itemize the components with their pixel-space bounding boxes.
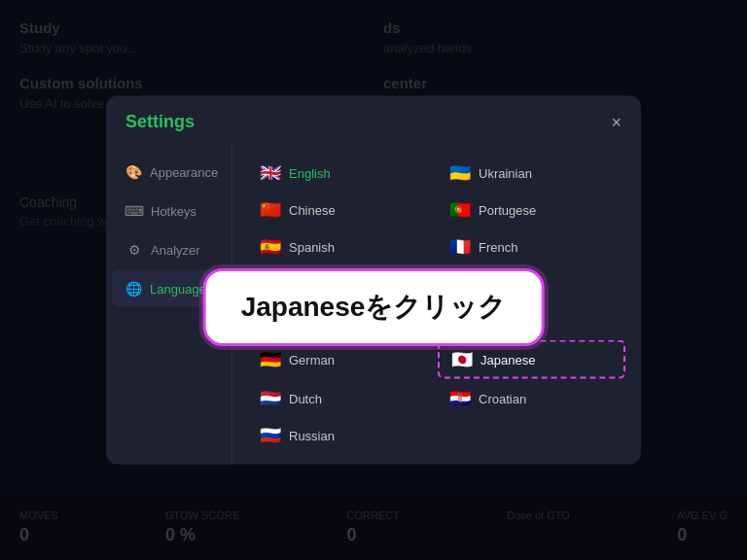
close-button[interactable]: ×: [611, 113, 622, 130]
flag-french: 🇫🇷: [449, 238, 471, 256]
flag-japanese: 🇯🇵: [451, 351, 473, 368]
lang-french-label: French: [479, 239, 517, 254]
lang-spanish[interactable]: 🇪🇸 Spanish: [248, 229, 436, 264]
appearance-label: Appearance: [150, 164, 218, 179]
flag-english: 🇬🇧: [260, 164, 281, 182]
appearance-icon: 🎨: [125, 163, 142, 181]
lang-ukrainian-label: Ukrainian: [479, 165, 532, 180]
sidebar-item-appearance[interactable]: 🎨 Appearance: [112, 154, 226, 191]
lang-french[interactable]: 🇫🇷 French: [438, 229, 625, 264]
flag-dutch: 🇳🇱: [260, 390, 281, 407]
flag-russian: 🇷🇺: [260, 427, 281, 444]
lang-dutch[interactable]: 🇳🇱 Dutch: [248, 381, 436, 416]
lang-dutch-label: Dutch: [289, 391, 322, 405]
lang-german-label: German: [289, 352, 335, 367]
lang-spanish-label: Spanish: [289, 239, 335, 254]
flag-croatian: 🇭🇷: [449, 390, 471, 407]
modal-header: Settings ×: [106, 96, 641, 144]
sidebar-item-analyzer[interactable]: ⚙ Analyzer: [112, 231, 226, 268]
hotkeys-label: Hotkeys: [151, 203, 196, 218]
tooltip-text: Japaneseをクリック: [241, 292, 507, 322]
lang-chinese-label: Chinese: [289, 202, 336, 217]
lang-ukrainian[interactable]: 🇺🇦 Ukrainian: [438, 156, 625, 191]
flag-spanish: 🇪🇸: [260, 238, 281, 256]
flag-ukrainian: 🇺🇦: [449, 164, 471, 182]
flag-german: 🇩🇪: [260, 351, 281, 368]
tooltip-overlay: Japaneseをクリック: [203, 268, 545, 346]
sidebar-item-hotkeys[interactable]: ⌨ Hotkeys: [112, 192, 226, 229]
languages-icon: 🌐: [125, 280, 142, 298]
lang-english[interactable]: 🇬🇧 English: [248, 156, 436, 191]
lang-portugese-label: Portugese: [479, 202, 536, 217]
flag-portugese: 🇵🇹: [449, 201, 471, 219]
hotkeys-icon: ⌨: [125, 202, 143, 220]
lang-japanese-label: Japanese: [480, 352, 535, 367]
lang-portugese[interactable]: 🇵🇹 Portugese: [438, 192, 625, 228]
flag-chinese: 🇨🇳: [260, 201, 281, 219]
lang-chinese[interactable]: 🇨🇳 Chinese: [248, 192, 436, 228]
analyzer-icon: ⚙: [125, 241, 143, 259]
analyzer-label: Analyzer: [151, 242, 200, 257]
modal-title: Settings: [125, 112, 195, 132]
lang-russian-label: Russian: [289, 428, 335, 442]
lang-croatian-label: Croatian: [479, 391, 526, 405]
lang-russian[interactable]: 🇷🇺 Russian: [248, 418, 436, 453]
lang-croatian[interactable]: 🇭🇷 Croatian: [438, 381, 625, 416]
lang-english-label: English: [289, 165, 331, 180]
